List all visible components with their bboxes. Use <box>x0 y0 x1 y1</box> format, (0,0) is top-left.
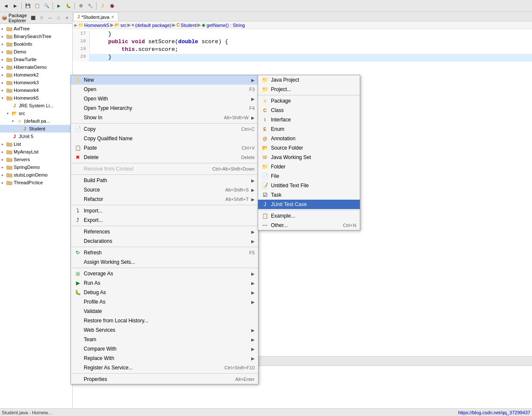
toolbar-btn-1[interactable]: ◀ <box>2 2 10 10</box>
submenu-package[interactable]: ≡ Package <box>258 96 360 106</box>
tree-item-BinarySearchTree[interactable]: ▸BinarySearchTree <box>0 32 72 40</box>
tree-item-JRESystem[interactable]: JJRE System Li... <box>0 102 72 109</box>
ctx-item-runas[interactable]: ▶ Run As ▶ <box>71 278 258 288</box>
submenu-java-project[interactable]: 📁 Java Project <box>258 75 360 85</box>
pe-collapse-btn[interactable]: ⬛ <box>29 15 36 21</box>
ctx-item-refactor[interactable]: Refactor Alt+Shift+T ▶ <box>71 195 258 204</box>
ctx-item-source[interactable]: Source Alt+Shift+S ▶ <box>71 185 258 195</box>
ctx-item-new[interactable]: ✨ New ▶ <box>71 75 258 85</box>
ctx-item-opentypehierarchy[interactable]: Open Type Hierarchy F4 <box>71 103 258 113</box>
pe-menu-btn[interactable]: ▽ <box>38 15 45 21</box>
package-explorer-icon: 📦 <box>2 15 7 20</box>
context-submenu-new[interactable]: 📁 Java Project 📁 Project... ≡ Package C … <box>258 75 360 230</box>
submenu-annotation[interactable]: @ Annotation <box>258 134 360 143</box>
tree-label-SpringDemo: SpringDemo <box>14 165 40 170</box>
tree-item-stutsLoginDemo[interactable]: ▸stutsLoginDemo <box>0 171 72 179</box>
breadcrumb-method[interactable]: ◉ getName() : String <box>202 23 245 28</box>
tree-item-Demo[interactable]: ▸Demo <box>0 48 72 56</box>
ctx-item-refresh[interactable]: ↻ Refresh F5 <box>71 248 258 257</box>
ctx-item-assignworkingsets[interactable]: Assign Working Sets... <box>71 257 258 267</box>
pe-close-btn[interactable]: ✕ <box>64 15 71 21</box>
tree-item-HibernateDemo[interactable]: ▸HibernateDemo <box>0 63 72 71</box>
breadcrumb-homework5[interactable]: 📁 Homework5 <box>78 23 109 28</box>
tree-item-SpringDemo[interactable]: ▸SpringDemo <box>0 163 72 171</box>
toolbar-save[interactable]: 💾 <box>24 2 32 10</box>
ctx-item-copy[interactable]: 📄 Copy Ctrl+C <box>71 124 258 134</box>
ctx-item-properties[interactable]: Properties Alt+Enter <box>71 375 258 384</box>
tree-item-Homework3[interactable]: ▸Homework3 <box>0 79 72 86</box>
ctx-item-export[interactable]: ⤴ Export... <box>71 215 258 225</box>
ctx-item-removefromcontext[interactable]: Remove from Context Ctrl+Alt+Shift+Down <box>71 164 258 174</box>
ctx-item-coverageas[interactable]: ◎ Coverage As ▶ <box>71 269 258 278</box>
toolbar-btn-4[interactable]: 🔍 <box>42 2 51 10</box>
context-menu-main[interactable]: ✨ New ▶ Open F3 Open With ▶ Open Type Hi… <box>71 75 259 384</box>
toolbar-run[interactable]: ▶ <box>55 2 63 10</box>
breadcrumb-pkg[interactable]: ≡ (default package) <box>132 23 171 28</box>
ctx-item-references[interactable]: References ▶ <box>71 227 258 236</box>
toolbar-perspective-debug[interactable]: 🐞 <box>108 2 116 10</box>
submenu-class[interactable]: C Class <box>258 106 360 115</box>
submenu-junit-test-case[interactable]: J JUnit Test Case <box>258 200 360 209</box>
breadcrumb-src[interactable]: 📂 src <box>115 23 127 28</box>
tree-item-Homework5[interactable]: ▾Homework5 <box>0 94 72 102</box>
ctx-item-registerasservice[interactable]: Register As Service... Ctrl+Shift+F10 <box>71 363 258 372</box>
tree-item-Servers[interactable]: ▸Servers <box>0 156 72 163</box>
submenu-project[interactable]: 📁 Project... <box>258 85 360 94</box>
submenu-untitled-text-file[interactable]: 📝 Untitled Text File <box>258 181 360 190</box>
tree-item-Homework2[interactable]: ▸Homework2 <box>0 71 72 79</box>
ctx-item-showin[interactable]: Show In Alt+Shift+W ▶ <box>71 113 258 122</box>
tree-item-List[interactable]: ▸List <box>0 140 72 148</box>
submenu-enum[interactable]: E Enum <box>258 124 360 134</box>
pe-max-btn[interactable]: □ <box>55 15 62 21</box>
tree-item-AvlTree[interactable]: ▸AvlTree <box>0 25 72 32</box>
tree-item-defaultpkg[interactable]: ▾≡(default pa... <box>0 117 72 125</box>
tree-icon-HibernateDemo <box>6 64 13 71</box>
ctx-item-buildpath[interactable]: Build Path ▶ <box>71 176 258 185</box>
editor-tab-student[interactable]: J *Student.java ✕ <box>73 12 118 21</box>
tree-item-Student[interactable]: JStudent <box>0 125 72 133</box>
breadcrumb-class-label: Student <box>180 23 197 28</box>
submenu-source-folder[interactable]: 📂 Source Folder <box>258 143 360 153</box>
tab-close-btn[interactable]: ✕ <box>111 15 115 19</box>
submenu-enum-label: Enum <box>271 126 356 132</box>
pe-min-btn[interactable]: — <box>47 15 53 21</box>
tree-item-DrawTurtle[interactable]: ▸DrawTurtle <box>0 56 72 63</box>
ctx-item-paste[interactable]: 📋 Paste Ctrl+V <box>71 143 258 153</box>
tree-item-JUnit5[interactable]: JJUnit 5 <box>0 133 72 140</box>
ctx-item-profileas[interactable]: Profile As ▶ <box>71 297 258 307</box>
breadcrumb-class[interactable]: C Student <box>176 23 197 28</box>
ctx-item-team[interactable]: Team ▶ <box>71 335 258 344</box>
submenu-other[interactable]: ⋯ Other... Ctrl+N <box>258 221 360 230</box>
toolbar-btn-6[interactable]: 🔧 <box>86 2 94 10</box>
tree-item-src[interactable]: ▾📂src <box>0 109 72 117</box>
ctx-item-validate[interactable]: Validate <box>71 307 258 316</box>
ctx-item-openwith[interactable]: Open With ▶ <box>71 94 258 103</box>
toolbar-debug[interactable]: 🐛 <box>64 2 73 10</box>
tree-item-MyArrayList[interactable]: ▸MyArrayList <box>0 148 72 156</box>
submenu-example-label: Example... <box>271 213 356 219</box>
ctx-item-restorefromhistory[interactable]: Restore from Local History... <box>71 316 258 325</box>
tree-item-BookInfo[interactable]: ▸BookInfo <box>0 40 72 48</box>
tree-item-Homework4[interactable]: ▸Homework4 <box>0 86 72 94</box>
submenu-interface[interactable]: I Interface <box>258 115 360 124</box>
submenu-java-working-set[interactable]: W Java Working Set <box>258 153 360 162</box>
submenu-task[interactable]: ☑ Task <box>258 190 360 200</box>
tree-arrow-List: ▸ <box>2 142 6 146</box>
toolbar-btn-3[interactable]: 📋 <box>33 2 41 10</box>
ctx-item-copyqualified[interactable]: Copy Qualified Name <box>71 134 258 143</box>
submenu-folder[interactable]: 📁 Folder <box>258 162 360 171</box>
toolbar-btn-5[interactable]: ⚙ <box>76 2 85 10</box>
ctx-item-debugas[interactable]: 🐛 Debug As ▶ <box>71 288 258 297</box>
ctx-item-replacewith[interactable]: Replace With ▶ <box>71 354 258 363</box>
ctx-item-webservices[interactable]: Web Services ▶ <box>71 325 258 335</box>
ctx-item-declarations[interactable]: Declarations ▶ <box>71 236 258 246</box>
ctx-item-import[interactable]: ⤵ Import... <box>71 206 258 215</box>
ctx-item-comparewith[interactable]: Compare With ▶ <box>71 344 258 354</box>
submenu-file[interactable]: 📄 File <box>258 171 360 181</box>
toolbar-perspective-java[interactable]: J <box>98 2 107 10</box>
submenu-example[interactable]: 📋 Example... <box>258 211 360 221</box>
ctx-item-delete[interactable]: ✖ Delete Delete <box>71 153 258 162</box>
toolbar-btn-2[interactable]: ▶ <box>11 2 20 10</box>
ctx-item-open[interactable]: Open F3 <box>71 85 258 94</box>
tree-item-ThreadPractice[interactable]: ▸ThreadPrctice <box>0 179 72 186</box>
